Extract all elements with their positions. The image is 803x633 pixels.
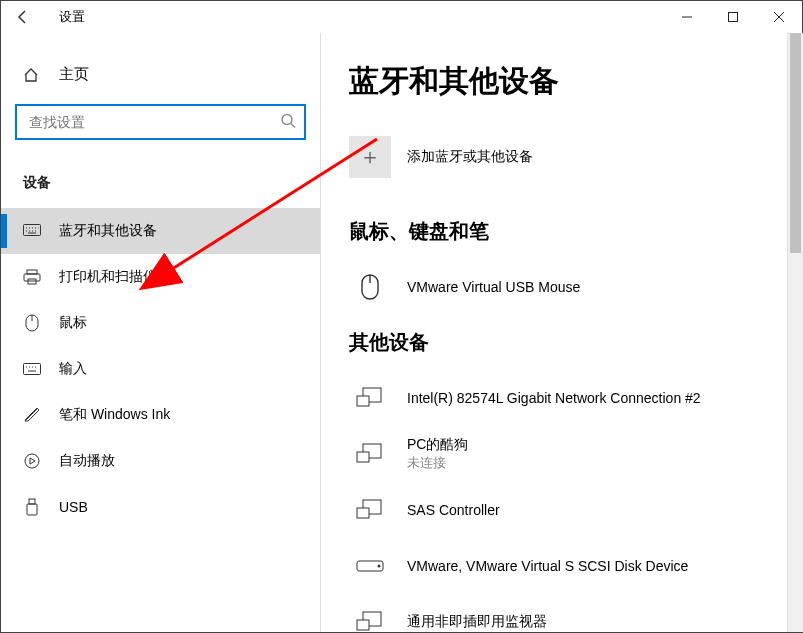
scrollbar-thumb[interactable]	[790, 33, 801, 253]
home-icon	[23, 67, 39, 83]
play-icon	[23, 453, 41, 469]
group-other-devices: 其他设备	[349, 329, 774, 356]
svg-point-1	[282, 115, 292, 125]
device-icon	[349, 492, 391, 528]
minimize-icon	[682, 12, 692, 22]
section-label: 设备	[1, 156, 320, 200]
plus-icon: ＋	[349, 136, 391, 178]
sidebar-item-autoplay[interactable]: 自动播放	[1, 438, 320, 484]
content-pane: 蓝牙和其他设备 ＋ 添加蓝牙或其他设备 鼠标、键盘和笔 VMware Virtu…	[321, 33, 802, 632]
sidebar-item-label: USB	[59, 499, 88, 515]
device-icon	[349, 436, 391, 472]
minimize-button[interactable]	[664, 1, 710, 33]
device-name: VMware, VMware Virtual S SCSI Disk Devic…	[407, 558, 688, 574]
sidebar-item-usb[interactable]: USB	[1, 484, 320, 530]
device-status: 未连接	[407, 454, 468, 472]
titlebar: 设置	[1, 1, 802, 33]
sidebar-item-label: 打印机和扫描仪	[59, 268, 157, 286]
sidebar-nav: 蓝牙和其他设备 打印机和扫描仪 鼠标	[1, 208, 320, 530]
svg-rect-9	[29, 499, 35, 504]
svg-rect-10	[27, 504, 37, 515]
svg-rect-15	[357, 452, 369, 462]
search-icon	[280, 113, 296, 132]
svg-rect-7	[24, 364, 41, 375]
settings-window: 设置 主页	[0, 0, 803, 633]
back-button[interactable]	[9, 3, 37, 31]
sidebar-item-mouse[interactable]: 鼠标	[1, 300, 320, 346]
svg-rect-13	[357, 396, 369, 406]
maximize-icon	[728, 12, 738, 22]
window-title: 设置	[59, 8, 85, 26]
scrollbar-vertical[interactable]	[787, 33, 803, 632]
device-name: SAS Controller	[407, 502, 500, 518]
svg-point-19	[378, 565, 381, 568]
keyboard-icon	[23, 224, 41, 238]
device-item-network[interactable]: Intel(R) 82574L Gigabit Network Connecti…	[349, 370, 774, 426]
sidebar: 主页 设备 蓝牙和其他设备	[1, 33, 321, 632]
svg-rect-21	[357, 620, 369, 630]
pen-icon	[23, 407, 41, 423]
device-name: PC的酷狗	[407, 436, 468, 454]
page-title: 蓝牙和其他设备	[349, 61, 774, 102]
sidebar-item-printers[interactable]: 打印机和扫描仪	[1, 254, 320, 300]
device-item-monitor[interactable]: 通用非即插即用监视器	[349, 594, 774, 632]
sidebar-item-pen[interactable]: 笔和 Windows Ink	[1, 392, 320, 438]
device-item-sas[interactable]: SAS Controller	[349, 482, 774, 538]
sidebar-item-label: 鼠标	[59, 314, 87, 332]
svg-rect-4	[24, 274, 40, 281]
mouse-icon	[349, 269, 391, 305]
mouse-icon	[23, 314, 41, 332]
device-name: Intel(R) 82574L Gigabit Network Connecti…	[407, 390, 701, 406]
svg-point-8	[25, 454, 39, 468]
home-label: 主页	[59, 65, 89, 84]
close-button[interactable]	[756, 1, 802, 33]
svg-rect-3	[27, 270, 37, 274]
home-link[interactable]: 主页	[1, 53, 320, 96]
sidebar-item-label: 蓝牙和其他设备	[59, 222, 157, 240]
device-item-mouse[interactable]: VMware Virtual USB Mouse	[349, 259, 774, 315]
device-name: VMware Virtual USB Mouse	[407, 279, 580, 295]
device-item-disk[interactable]: VMware, VMware Virtual S SCSI Disk Devic…	[349, 538, 774, 594]
sidebar-item-label: 自动播放	[59, 452, 115, 470]
usb-icon	[23, 498, 41, 516]
close-icon	[774, 12, 784, 22]
sidebar-item-bluetooth[interactable]: 蓝牙和其他设备	[1, 208, 320, 254]
group-mouse-keyboard-pen: 鼠标、键盘和笔	[349, 218, 774, 245]
device-icon	[349, 604, 391, 632]
maximize-button[interactable]	[710, 1, 756, 33]
add-device-label: 添加蓝牙或其他设备	[407, 148, 533, 166]
device-item-pc[interactable]: PC的酷狗 未连接	[349, 426, 774, 482]
device-icon	[349, 380, 391, 416]
arrow-left-icon	[15, 9, 31, 25]
sidebar-item-label: 输入	[59, 360, 87, 378]
svg-rect-2	[24, 225, 41, 236]
drive-icon	[349, 548, 391, 584]
sidebar-item-label: 笔和 Windows Ink	[59, 406, 170, 424]
printer-icon	[23, 269, 41, 285]
keyboard-small-icon	[23, 363, 41, 375]
sidebar-item-typing[interactable]: 输入	[1, 346, 320, 392]
device-name: 通用非即插即用监视器	[407, 613, 547, 631]
add-device-button[interactable]: ＋ 添加蓝牙或其他设备	[349, 136, 774, 178]
search-input-wrap[interactable]	[15, 104, 306, 140]
svg-rect-0	[729, 13, 738, 22]
search-input[interactable]	[27, 113, 268, 131]
svg-rect-17	[357, 508, 369, 518]
